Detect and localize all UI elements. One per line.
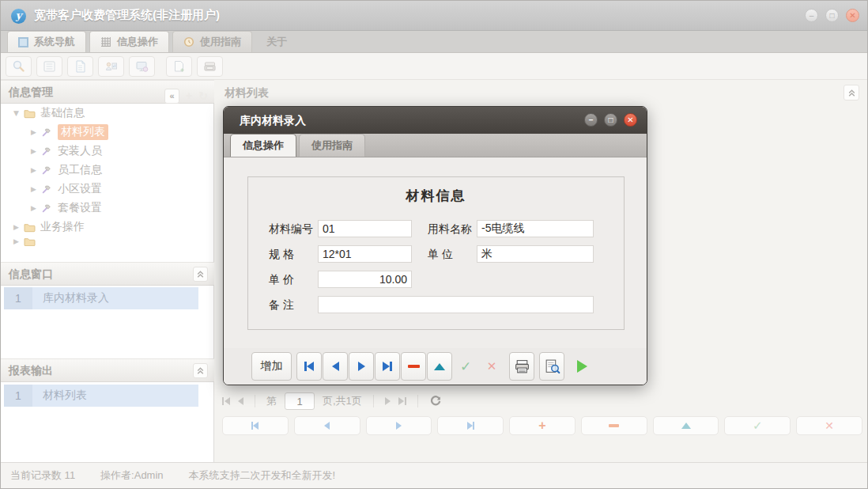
material-name-label: 用料名称 — [428, 220, 472, 237]
unit-input[interactable] — [477, 245, 594, 263]
edit-record-button[interactable] — [653, 416, 719, 435]
collapsed-arrow-icon[interactable]: ▶ — [29, 185, 38, 193]
tab-user-guide[interactable]: 使用指南 — [172, 31, 252, 52]
monitor-button[interactable] — [129, 56, 155, 77]
plus-icon: + — [538, 419, 545, 432]
divider — [255, 395, 255, 408]
delete-record-button[interactable] — [581, 416, 647, 435]
prev-record-button[interactable] — [294, 416, 360, 435]
material-code-input[interactable] — [318, 220, 412, 237]
tool-icon — [41, 127, 53, 138]
print-button[interactable] — [197, 56, 223, 77]
dialog-minimize-button[interactable]: – — [584, 113, 598, 127]
tree-item-package-setup[interactable]: ▶ 套餐设置 — [1, 199, 213, 218]
status-bar: 当前记录数 11 操作者:Admin 本系统支持二次开发和全新开发! — [1, 462, 867, 488]
collapse-panel-button[interactable] — [193, 267, 208, 282]
prev-record-button[interactable] — [323, 352, 348, 381]
last-record-button[interactable] — [375, 352, 400, 381]
tree-item-partial[interactable]: ▶ — [1, 237, 213, 246]
confirm-button[interactable]: ✓ — [724, 416, 791, 435]
close-button[interactable]: ✕ — [846, 9, 859, 22]
cancel-button[interactable]: ✕ — [796, 416, 862, 435]
dialog-maximize-button[interactable]: □ — [604, 113, 617, 127]
material-info-fieldset: 材料信息 材料编号 用料名称 规 格 单 位 单 价 备 注 — [247, 176, 625, 330]
first-record-button[interactable] — [222, 416, 289, 435]
dialog-tab-user-guide[interactable]: 使用指南 — [299, 134, 365, 157]
new-record-button[interactable] — [166, 56, 192, 77]
dialog-tab-info-operation[interactable]: 信息操作 — [230, 134, 296, 157]
prev-page-button[interactable] — [238, 397, 243, 405]
remark-input[interactable] — [318, 296, 594, 313]
first-record-button[interactable] — [296, 352, 322, 381]
collapsed-arrow-icon[interactable]: ▶ — [29, 147, 38, 155]
form-title: 材料信息 — [248, 187, 624, 205]
report-output-panel-header[interactable]: 报表输出 — [1, 358, 214, 382]
tree-label: 业务操作 — [40, 220, 85, 234]
minimize-button[interactable]: – — [805, 9, 818, 22]
report-output-item[interactable]: 1 材料列表 — [4, 385, 198, 407]
collapsed-arrow-icon[interactable]: ▶ — [12, 223, 21, 231]
add-button[interactable]: 增加 — [251, 352, 292, 381]
material-name-input[interactable] — [477, 220, 594, 237]
dialog-title-bar[interactable]: 库内材料录入 – □ ✕ — [224, 107, 647, 134]
operator-text: 操作者:Admin — [100, 468, 163, 483]
tool-icon — [41, 165, 53, 176]
info-window-item[interactable]: 1 库内材料录入 — [4, 287, 198, 309]
tab-info-operation[interactable]: 信息操作 — [89, 31, 169, 52]
tree-item-installers[interactable]: ▶ 安装人员 — [1, 142, 213, 161]
print-preview-button[interactable] — [539, 352, 564, 381]
delete-record-button[interactable] — [401, 352, 426, 381]
next-page-button[interactable] — [385, 397, 391, 405]
x-icon: ✕ — [487, 359, 497, 373]
first-page-button[interactable] — [222, 397, 230, 405]
list-view-button[interactable] — [36, 56, 62, 77]
collapsed-arrow-icon[interactable]: ▶ — [29, 128, 38, 136]
next-record-button[interactable] — [349, 352, 374, 381]
tab-label: 使用指南 — [311, 138, 353, 153]
tab-system-nav[interactable]: 系统导航 — [7, 31, 86, 52]
expanded-arrow-icon[interactable]: ▼ — [12, 109, 21, 117]
document-button[interactable] — [67, 56, 93, 77]
dialog-body: 材料信息 材料编号 用料名称 规 格 单 位 单 价 备 注 — [224, 157, 647, 348]
tree-item-community-setup[interactable]: ▶ 小区设置 — [1, 180, 213, 199]
last-record-button[interactable] — [437, 416, 504, 435]
item-index: 1 — [4, 287, 32, 309]
collapse-main-panel-button[interactable] — [843, 85, 859, 100]
tree-item-business-operation[interactable]: ▶ 业务操作 — [1, 218, 213, 237]
info-management-panel-header[interactable]: 信息管理 « + ↻ — [1, 80, 214, 104]
next-record-button[interactable] — [366, 416, 432, 435]
play-icon — [577, 360, 587, 373]
refresh-button[interactable] — [429, 395, 442, 408]
run-button[interactable] — [569, 352, 594, 381]
page-number-input[interactable] — [285, 392, 315, 410]
tree-item-base-info[interactable]: ▼ 基础信息 — [1, 104, 213, 123]
collapse-panel-button[interactable] — [193, 363, 208, 378]
title-bar: y 宽带客户收费管理系统(非注册用户) – □ ✕ — [1, 1, 867, 31]
last-page-button[interactable] — [398, 397, 406, 405]
maximize-button[interactable]: □ — [825, 9, 839, 22]
tree-item-staff-info[interactable]: ▶ 员工信息 — [1, 161, 213, 180]
dialog-tab-bar: 信息操作 使用指南 — [224, 134, 647, 157]
add-record-button[interactable]: + — [509, 416, 576, 435]
dialog-close-button[interactable]: ✕ — [624, 113, 637, 127]
tab-label: 系统导航 — [34, 35, 75, 49]
collapse-sidebar-button[interactable]: « — [164, 89, 179, 104]
spec-input[interactable] — [318, 245, 412, 263]
print-button[interactable] — [509, 352, 534, 381]
tree-item-material-list[interactable]: ▶ 材料列表 — [1, 123, 213, 142]
material-code-label: 材料编号 — [269, 220, 313, 237]
collapsed-arrow-icon[interactable]: ▶ — [29, 166, 38, 174]
price-input[interactable] — [318, 271, 412, 288]
operator-button[interactable] — [98, 56, 124, 77]
confirm-button[interactable]: ✓ — [453, 352, 478, 381]
tab-about[interactable]: 关于 — [255, 31, 298, 52]
cancel-button[interactable]: ✕ — [479, 352, 504, 381]
collapsed-arrow-icon[interactable]: ▶ — [29, 204, 38, 212]
check-icon: ✓ — [460, 358, 471, 375]
search-button[interactable] — [6, 56, 32, 77]
panel-title: 信息窗口 — [9, 267, 53, 280]
edit-record-button[interactable] — [427, 352, 452, 381]
info-window-panel-header[interactable]: 信息窗口 — [1, 262, 214, 286]
tree-label-selected: 材料列表 — [58, 124, 108, 140]
double-chevron-up-icon — [196, 366, 205, 375]
